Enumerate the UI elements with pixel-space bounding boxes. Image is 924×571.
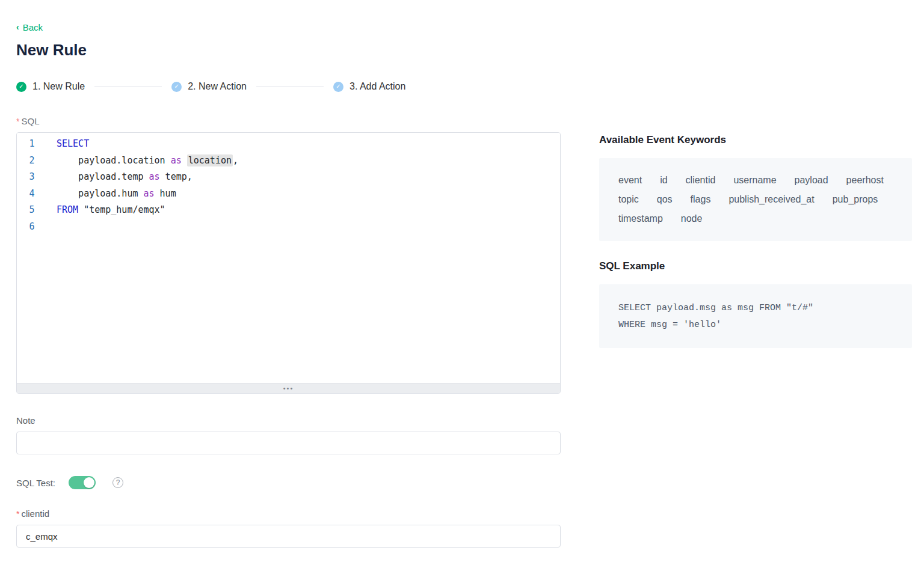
back-label: Back (23, 22, 43, 32)
code-line: payload.temp as temp, (57, 169, 560, 186)
code-line: SELECT (57, 136, 560, 153)
keyword-item: peerhost (846, 174, 884, 186)
code-line: payload.location as location, (57, 153, 560, 169)
page-title: New Rule (16, 41, 912, 60)
keywords-panel: eventidclientidusernamepayloadpeerhostto… (599, 158, 912, 241)
keywords-panel-title: Available Event Keywords (599, 134, 912, 146)
code-lines[interactable]: SELECT payload.location as location, pay… (47, 136, 560, 383)
check-circle-icon: ✓ (333, 82, 343, 92)
back-link[interactable]: ‹ Back (16, 22, 43, 32)
step-connector (256, 87, 324, 87)
step-label: 1. New Rule (32, 81, 85, 92)
keyword-item: clientid (686, 174, 716, 186)
editor-resize-handle[interactable]: ••• (17, 383, 560, 393)
keyword-item: pub_props (833, 194, 878, 205)
code-line: FROM "temp_hum/emqx" (57, 202, 560, 219)
rule-form: *SQL 123456 SELECT payload.location as l… (16, 116, 561, 548)
new-rule-page: ‹ Back New Rule ✓ 1. New Rule ✓ 2. New A… (0, 0, 924, 571)
sql-example-code: SELECT payload.msg as msg FROM "t/#"WHER… (618, 300, 893, 334)
keyword-item: node (681, 213, 703, 224)
line-numbers: 123456 (17, 136, 47, 383)
check-circle-icon: ✓ (16, 82, 26, 92)
sql-example-panel: SELECT payload.msg as msg FROM "t/#"WHER… (599, 284, 912, 348)
step-add-action: ✓ 3. Add Action (333, 81, 405, 92)
required-asterisk: * (16, 117, 19, 126)
keyword-item: flags (691, 194, 711, 205)
sql-example-line: WHERE msg = 'hello' (618, 317, 893, 334)
keyword-item: timestamp (618, 213, 663, 224)
sql-code-editor[interactable]: 123456 SELECT payload.location as locati… (16, 132, 561, 394)
sql-test-label: SQL Test: (16, 478, 55, 488)
clientid-input[interactable] (16, 525, 561, 548)
keyword-item: qos (657, 194, 673, 205)
sql-example-title: SQL Example (599, 260, 912, 272)
keyword-item: username (733, 174, 776, 186)
line-number: 4 (17, 186, 47, 203)
step-new-action: ✓ 2. New Action (171, 81, 247, 92)
keywords-list: eventidclientidusernamepayloadpeerhostto… (618, 174, 893, 224)
required-asterisk: * (16, 509, 19, 519)
step-label: 3. Add Action (350, 81, 405, 92)
keyword-item: topic (618, 194, 639, 205)
keyword-item: payload (795, 174, 828, 186)
line-number: 5 (17, 202, 47, 219)
help-icon[interactable]: ? (112, 477, 123, 488)
code-line: payload.hum as hum (57, 186, 560, 203)
note-input[interactable] (16, 432, 561, 454)
keyword-item: publish_received_at (728, 194, 814, 205)
keyword-item: id (660, 174, 667, 186)
sql-example-line: SELECT payload.msg as msg FROM "t/#" (618, 300, 893, 317)
clientid-label: *clientid (16, 508, 561, 519)
toggle-knob (84, 477, 94, 488)
step-label: 2. New Action (188, 81, 247, 92)
code-line (57, 219, 560, 236)
sql-field-label: *SQL (16, 116, 561, 126)
steps-bar: ✓ 1. New Rule ✓ 2. New Action ✓ 3. Add A… (16, 81, 912, 92)
check-circle-icon: ✓ (171, 82, 182, 92)
line-number: 3 (17, 169, 47, 186)
step-connector (94, 87, 162, 87)
line-number: 2 (17, 153, 47, 169)
sql-test-toggle[interactable] (69, 476, 96, 489)
step-new-rule: ✓ 1. New Rule (16, 81, 85, 92)
line-number: 1 (17, 136, 47, 153)
note-label: Note (16, 415, 561, 426)
back-chevron-icon: ‹ (16, 23, 19, 31)
help-panel: Available Event Keywords eventidclientid… (599, 116, 912, 548)
line-number: 6 (17, 219, 47, 236)
keyword-item: event (618, 174, 642, 186)
